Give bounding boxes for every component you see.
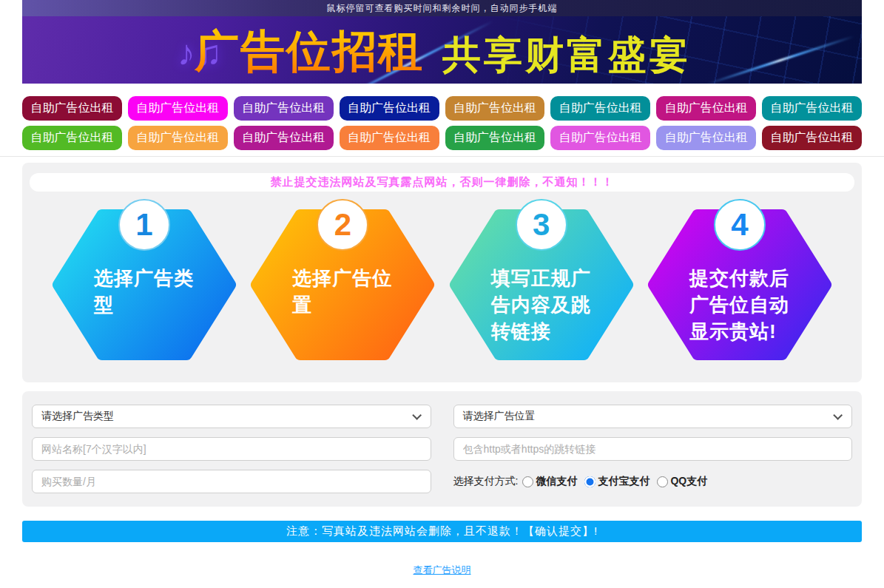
radio-icon[interactable] <box>657 476 668 487</box>
warning-strip: 禁止提交违法网站及写真露点网站，否则一律删除，不通知！！！ <box>30 173 854 192</box>
step-number: 4 <box>731 207 748 243</box>
ad-rent-button[interactable]: 自助广告位出租 <box>340 96 439 121</box>
radio-alipay-label: 支付宝支付 <box>598 475 649 488</box>
jump-link-input[interactable] <box>453 437 853 461</box>
radio-wechat-label: 微信支付 <box>536 475 577 488</box>
radio-icon[interactable] <box>522 476 533 487</box>
step-number-badge: 1 <box>118 199 170 251</box>
step-number: 3 <box>533 207 550 243</box>
ad-position-select-value: 请选择广告位置 <box>463 410 834 423</box>
payment-method-row: 选择支付方式: 微信支付 支付宝支付 QQ支付 <box>453 470 853 493</box>
steps-row: 1 选择广告类 型 2 选择广告位 置 <box>26 199 858 371</box>
banner-subtitle: 共享财富盛宴 <box>442 30 691 81</box>
top-notice-text: 鼠标停留可查看购买时间和剩余时间，自动同步手机端 <box>327 2 558 15</box>
steps-panel: 禁止提交违法网站及写真露点网站，否则一律删除，不通知！！！ 1 选择广告类 型 <box>22 163 862 382</box>
step-description: 选择广告位 置 <box>292 266 397 319</box>
ad-buttons-grid: 自助广告位出租自助广告位出租自助广告位出租自助广告位出租自助广告位出租自助广告位… <box>22 96 862 150</box>
ad-rent-button[interactable]: 自助广告位出租 <box>128 126 228 150</box>
ad-type-select[interactable]: 请选择广告类型 <box>32 405 431 428</box>
step-number: 2 <box>334 207 351 243</box>
ad-rent-button[interactable]: 自助广告位出租 <box>22 126 122 150</box>
view-ad-instructions-link[interactable]: 查看广告说明 <box>414 564 471 575</box>
ad-position-select[interactable]: 请选择广告位置 <box>453 405 853 428</box>
form-right-column: 请选择广告位置 选择支付方式: 微信支付 支付宝支付 <box>453 405 853 502</box>
payment-method-label: 选择支付方式: <box>453 475 519 488</box>
step-description: 填写正规广 告内容及跳 转链接 <box>491 266 596 345</box>
ad-rent-button[interactable]: 自助广告位出租 <box>762 126 862 150</box>
confirm-submit-button[interactable]: 注意：写真站及违法网站会删除，且不退款！【确认提交】! <box>22 521 862 542</box>
radio-icon[interactable] <box>584 476 595 487</box>
radio-wechat-pay[interactable]: 微信支付 <box>522 475 577 488</box>
ad-rent-button[interactable]: 自助广告位出租 <box>22 96 122 121</box>
divider <box>0 156 884 157</box>
warning-text: 禁止提交违法网站及写真露点网站，否则一律删除，不通知！！！ <box>271 175 614 189</box>
banner-title: 广告位招租 <box>195 22 424 82</box>
step-card-4: 4 提交付款后 广告位自动 显示贵站! <box>644 199 836 371</box>
ad-rent-button[interactable]: 自助广告位出租 <box>445 126 545 150</box>
step-number-badge: 2 <box>317 199 368 251</box>
banner: ♪♫ 广告位招租 共享财富盛宴 <box>22 16 862 84</box>
ad-rent-button[interactable]: 自助广告位出租 <box>762 96 862 121</box>
step-number-badge: 4 <box>714 199 766 251</box>
ad-type-select-value: 请选择广告类型 <box>41 410 412 423</box>
ad-rent-button[interactable]: 自助广告位出租 <box>656 126 756 150</box>
footer: 查看广告说明 <box>22 563 862 588</box>
ad-rent-button[interactable]: 自助广告位出租 <box>550 126 650 150</box>
radio-qq-label: QQ支付 <box>670 475 707 488</box>
radio-qq-pay[interactable]: QQ支付 <box>657 475 707 488</box>
form-left-column: 请选择广告类型 <box>32 405 431 502</box>
chevron-down-icon <box>833 410 843 420</box>
site-name-input[interactable] <box>32 437 431 461</box>
chevron-down-icon <box>412 410 422 420</box>
step-number-badge: 3 <box>516 199 567 251</box>
ad-rent-button[interactable]: 自助广告位出租 <box>128 96 228 121</box>
ad-rent-button[interactable]: 自助广告位出租 <box>550 96 650 121</box>
ad-rent-button[interactable]: 自助广告位出租 <box>234 126 334 150</box>
step-card-2: 2 选择广告位 置 <box>246 199 439 371</box>
ad-rent-button[interactable]: 自助广告位出租 <box>234 96 334 121</box>
step-description: 提交付款后 广告位自动 显示贵站! <box>689 266 794 345</box>
ad-rent-button[interactable]: 自助广告位出租 <box>656 96 756 121</box>
ad-rent-button[interactable]: 自助广告位出租 <box>340 126 439 150</box>
step-card-1: 1 选择广告类 型 <box>48 199 240 371</box>
purchase-form: 请选择广告类型 请选择广告位置 选择支付方式: <box>22 391 862 507</box>
top-notice-bar: 鼠标停留可查看购买时间和剩余时间，自动同步手机端 <box>22 0 862 16</box>
step-description: 选择广告类 型 <box>94 266 199 319</box>
quantity-input[interactable] <box>32 470 431 493</box>
radio-alipay[interactable]: 支付宝支付 <box>584 475 649 488</box>
step-card-3: 3 填写正规广 告内容及跳 转链接 <box>445 199 638 371</box>
step-number: 1 <box>135 207 152 243</box>
ad-rent-button[interactable]: 自助广告位出租 <box>445 96 545 121</box>
